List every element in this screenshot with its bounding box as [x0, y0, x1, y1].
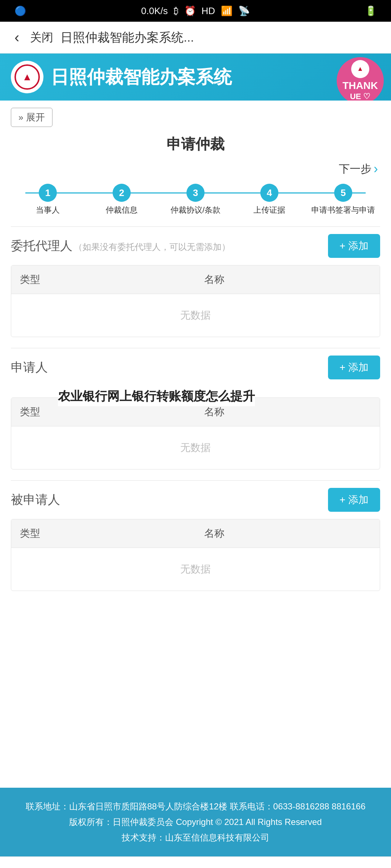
respondent-col-name: 名称	[196, 519, 380, 548]
applicant-col-name: 名称	[196, 398, 380, 426]
wifi-icon: 📡	[238, 5, 250, 17]
step-4-label: 上传证据	[253, 205, 285, 216]
close-button[interactable]: 关闭	[30, 30, 53, 46]
applicant-section: 申请人 + 添加 农业银行网上银行转账额度怎么提升	[11, 356, 380, 379]
thank-badge: ▲ THANK UE ♡	[337, 57, 384, 101]
respondent-section-header: 被申请人 + 添加	[11, 488, 380, 512]
applicant-section-header: 申请人 + 添加	[11, 356, 380, 379]
next-arrow-icon: ›	[374, 161, 378, 176]
step-1[interactable]: 1 当事人	[11, 184, 85, 216]
menu-button[interactable]: ≡	[62, 867, 70, 868]
logo-icon	[14, 64, 40, 90]
divider-3	[11, 480, 380, 481]
nav-title: 日照仲裁智能办案系统...	[60, 29, 380, 46]
respondent-col-type: 类型	[11, 519, 196, 548]
status-icon: 🔵	[14, 5, 26, 17]
battery-icon: 🔋	[365, 5, 377, 17]
applicant-table-empty: 无数据	[11, 426, 380, 469]
delegate-note: （如果没有委托代理人，可以无需添加）	[74, 242, 230, 252]
home-button[interactable]: □	[193, 867, 202, 868]
bluetooth-icon: ₿	[174, 5, 178, 17]
signal-icon: 📶	[221, 5, 232, 17]
footer: 联系地址：山东省日照市质阳路88号人防综合楼12楼 联系电话：0633-8816…	[0, 788, 391, 856]
respondent-table: 类型 名称 无数据	[11, 519, 380, 591]
applicant-add-button[interactable]: + 添加	[328, 356, 380, 379]
footer-line-1: 联系地址：山东省日照市质阳路88号人防综合楼12楼 联系电话：0633-8816…	[14, 799, 377, 814]
nav-bar: ‹ 关闭 日照仲裁智能办案系统...	[0, 22, 391, 54]
respondent-add-button[interactable]: + 添加	[328, 488, 380, 512]
respondent-title: 被申请人	[11, 492, 60, 508]
steps-container: 1 当事人 2 仲裁信息 3 仲裁协议/条款 4 上传证据 5 申请书签署与申请	[11, 184, 380, 216]
expand-button[interactable]: » 展开	[11, 108, 52, 127]
next-step-row[interactable]: 下一步 ›	[11, 161, 380, 176]
thank-logo: ▲	[351, 60, 369, 78]
step-2-label: 仲裁信息	[106, 205, 138, 216]
hd-icon: HD	[202, 5, 215, 17]
page-title: 申请仲裁	[11, 134, 380, 154]
expand-icon: »	[18, 112, 23, 123]
footer-line-2: 版权所有：日照仲裁委员会 Copyright © 2021 All Rights…	[14, 814, 377, 830]
applicant-title: 申请人	[11, 359, 48, 376]
step-4-circle: 4	[260, 184, 278, 202]
step-3[interactable]: 3 仲裁协议/条款	[159, 184, 232, 216]
step-2-circle: 2	[113, 184, 131, 202]
alarm-icon: ⏰	[184, 5, 196, 17]
app-header: 日照仲裁智能办案系统 ▲ THANK UE ♡	[0, 54, 391, 101]
back-nav-button[interactable]: ‹	[325, 867, 329, 868]
delegate-title-wrap: 委托代理人 （如果没有委托代理人，可以无需添加）	[11, 238, 230, 254]
respondent-table-empty: 无数据	[11, 548, 380, 591]
delegate-title: 委托代理人	[11, 239, 72, 252]
delegate-col-name: 名称	[196, 265, 380, 294]
status-center: 0.0K/s ₿ ⏰ HD 📶 📡	[141, 5, 250, 17]
divider-2	[11, 348, 380, 348]
step-1-circle: 1	[39, 184, 57, 202]
next-step-label: 下一步	[339, 162, 371, 176]
applicant-col-type: 类型	[11, 398, 196, 426]
network-speed: 0.0K/s	[141, 5, 168, 17]
header-title: 日照仲裁智能办案系统	[51, 65, 380, 89]
status-right: 🔋	[365, 5, 377, 17]
step-5-label: 申请书签署与申请	[311, 205, 375, 216]
step-1-label: 当事人	[36, 205, 60, 216]
expand-label: 展开	[26, 111, 45, 124]
step-5[interactable]: 5 申请书签署与申请	[306, 184, 380, 216]
applicant-table: 类型 名称 无数据	[11, 397, 380, 469]
applicant-table-header: 类型 名称	[11, 398, 380, 426]
step-4[interactable]: 4 上传证据	[232, 184, 306, 216]
delegate-table: 类型 名称 无数据	[11, 265, 380, 337]
main-content: » 展开 申请仲裁 下一步 › 1 当事人 2 仲裁信息 3 仲裁协议/条款 4…	[0, 101, 391, 788]
thank-text: THANK	[342, 80, 378, 92]
respondent-table-header: 类型 名称	[11, 519, 380, 548]
delegate-section-header: 委托代理人 （如果没有委托代理人，可以无需添加） + 添加	[11, 234, 380, 258]
delegate-table-header: 类型 名称	[11, 265, 380, 294]
footer-line-3: 技术支持：山东至信信息科技有限公司	[14, 830, 377, 845]
header-logo	[11, 61, 43, 93]
step-3-circle: 3	[186, 184, 205, 202]
status-bar: 🔵 0.0K/s ₿ ⏰ HD 📶 📡 🔋	[0, 0, 391, 22]
step-2[interactable]: 2 仲裁信息	[85, 184, 159, 216]
divider-1	[11, 226, 380, 227]
step-5-circle: 5	[334, 184, 352, 202]
back-button[interactable]: ‹	[11, 29, 23, 46]
step-3-label: 仲裁协议/条款	[171, 205, 220, 216]
thank-sub: UE ♡	[350, 92, 371, 101]
bottom-nav: ≡ □ ‹	[0, 856, 391, 868]
delegate-table-empty: 无数据	[11, 294, 380, 337]
delegate-col-type: 类型	[11, 265, 196, 294]
delegate-add-button[interactable]: + 添加	[328, 234, 380, 258]
